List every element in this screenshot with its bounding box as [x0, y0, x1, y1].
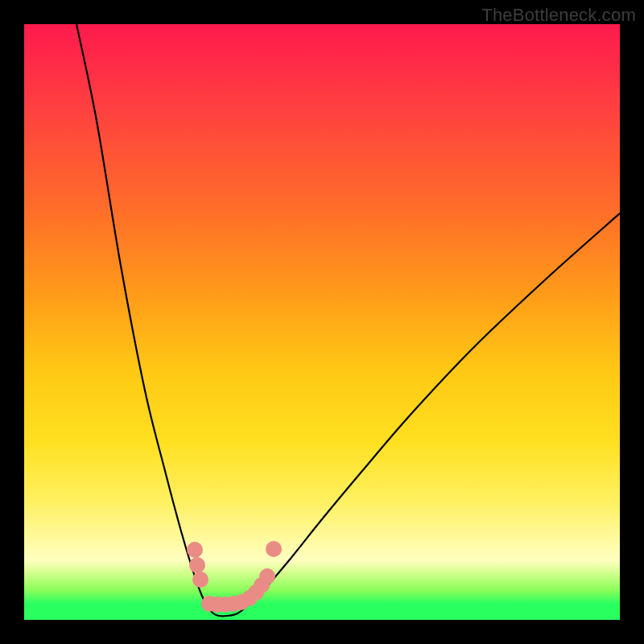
watermark-text: TheBottleneck.com	[481, 5, 636, 26]
plot-area	[24, 24, 620, 620]
marker-dot	[259, 568, 275, 584]
marker-dot	[187, 542, 203, 558]
chart-frame: TheBottleneck.com	[0, 0, 644, 644]
bottleneck-curve	[76, 24, 620, 616]
marker-dot	[266, 541, 282, 557]
highlight-dots	[187, 541, 282, 613]
curve-layer	[24, 24, 620, 620]
marker-dot	[192, 572, 208, 588]
marker-dot	[189, 557, 205, 573]
